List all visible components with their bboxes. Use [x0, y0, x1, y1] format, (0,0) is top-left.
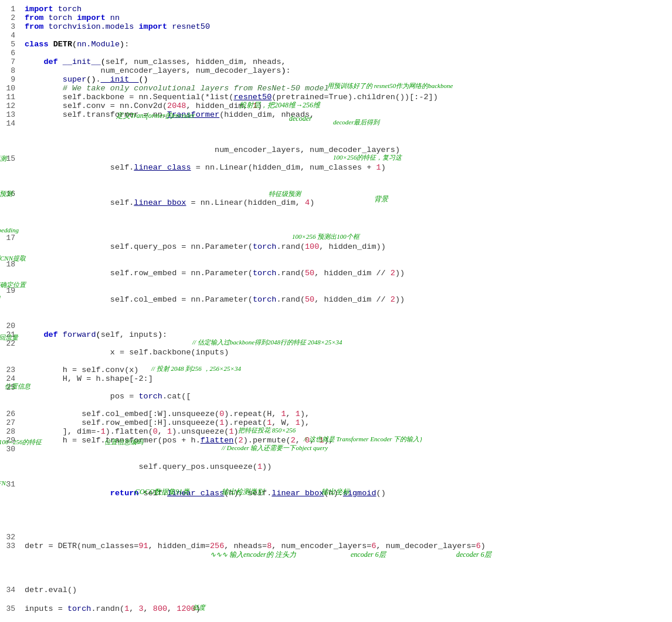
table-row: 32	[0, 533, 672, 542]
table-row: 29 h = self.transformer(pos + h.flatten(…	[0, 436, 672, 445]
line-content: # We take only convolutional layers from…	[22, 84, 672, 93]
table-row: 10 # We take only convolutional layers f…	[0, 84, 672, 93]
line-content: 向FFN: return self.linear_class(h), self.…	[22, 480, 672, 533]
line-number: 14	[0, 119, 22, 154]
line-number: 10	[0, 84, 22, 93]
line-content: detr = DETR(num_classes=91, hidden_dim=2…	[22, 542, 672, 586]
line-number: 32	[0, 533, 22, 542]
line-number: 28	[0, 427, 22, 436]
line-content	[22, 533, 672, 542]
line-number: 4	[0, 31, 22, 40]
line-content: from torch import nn	[22, 13, 672, 22]
line-number: 34	[0, 586, 22, 604]
line-content: self.row_embed[:H].unsqueeze(1).repeat(1…	[22, 418, 672, 427]
line-content: 做类别预测: self.linear_class = nn.Linear(hid…	[22, 154, 672, 190]
line-number: 31	[0, 480, 22, 533]
line-content	[22, 31, 672, 40]
table-row: 23 h = self.conv(x)// 投射 2048 到256 ，256×…	[0, 366, 672, 374]
table-row: 15 做类别预测: self.linear_class = nn.Linear(…	[0, 154, 672, 190]
line-number: 7	[0, 58, 22, 66]
table-row: 22 反馈回流量 x = self.backbone(inputs)// 估定输…	[0, 339, 672, 366]
line-content: num_encoder_layers, num_decoder_layers):	[22, 66, 672, 75]
table-row: 3 from torchvision.models import resnet5…	[0, 22, 672, 31]
line-number: 2	[0, 13, 22, 22]
line-content: inputs = torch.randn(1, 3, 800, 1200) 低度	[22, 604, 672, 622]
table-row: 17 query embedding self.query_pos = nn.P…	[0, 234, 672, 260]
table-row: 25 位置信息 pos = torch.cat([	[0, 383, 672, 410]
table-row: 33 detr = DETR(num_classes=91, hidden_di…	[0, 542, 672, 586]
line-number: 6	[0, 49, 22, 58]
table-row: 30 得到100×256的特征 位置信息编码 self.query_pos.un…	[0, 445, 672, 480]
table-row: 16 做bbox的预测: self.linear_bbox = nn.Linea…	[0, 190, 672, 234]
line-number: 20	[0, 322, 22, 330]
line-number: 22	[0, 339, 22, 366]
table-row: 24 H, W = h.shape[-2:]	[0, 374, 672, 383]
line-content: 特征图精确定位置 self.col_embed = nn.Parameter(t…	[22, 286, 672, 322]
line-content: H, W = h.shape[-2:]	[22, 374, 672, 383]
line-content	[22, 49, 672, 58]
line-content: query embedding self.query_pos = nn.Para…	[22, 234, 672, 260]
line-content: import torch	[22, 5, 672, 13]
table-row: 19 特征图精确定位置 self.col_embed = nn.Paramete…	[0, 286, 672, 322]
table-row: 20	[0, 322, 672, 330]
table-row: 4	[0, 31, 672, 40]
table-row: 35 inputs = torch.randn(1, 3, 800, 1200)…	[0, 604, 672, 622]
line-content: self.conv = nn.Conv2d(2048, hidden_dim, …	[22, 102, 672, 110]
line-number: 12	[0, 102, 22, 110]
line-content: 得到100×256的特征 位置信息编码 self.query_pos.unsqu…	[22, 445, 672, 480]
line-number: 26	[0, 410, 22, 418]
line-number: 1	[0, 5, 22, 13]
table-row: 8 num_encoder_layers, num_decoder_layers…	[0, 66, 672, 75]
table-row: 34 detr.eval()	[0, 586, 672, 604]
line-content: 做bbox的预测: self.linear_bbox = nn.Linear(h…	[22, 190, 672, 234]
line-number: 19	[0, 286, 22, 322]
table-row: 27 self.row_embed[:H].unsqueeze(1).repea…	[0, 418, 672, 427]
line-content: h = self.conv(x)// 投射 2048 到256 ，256×25×…	[22, 366, 672, 374]
line-content: class DETR(nn.Module):	[22, 40, 672, 49]
line-number: 5	[0, 40, 22, 49]
table-row: 14 定义Transformer的encoder decoder num_enc…	[0, 119, 672, 154]
table-row: 31 向FFN: return self.linear_class(h), se…	[0, 480, 672, 533]
line-number: 35	[0, 604, 22, 622]
table-row: 6	[0, 49, 672, 58]
line-content: 反馈回流量 x = self.backbone(inputs)// 估定输入过b…	[22, 339, 672, 366]
table-row: 26 self.col_embed[:W].unsqueeze(0).repea…	[0, 410, 672, 418]
line-content: self.backbone = nn.Sequential(*list(resn…	[22, 93, 672, 102]
line-number: 23	[0, 366, 22, 374]
line-content	[22, 322, 672, 330]
line-number: 9	[0, 75, 22, 84]
table-row: 12 self.conv = nn.Conv2d(2048, hidden_di…	[0, 102, 672, 110]
code-block: 1 import torch 2 from torch import nn 3 …	[0, 0, 672, 622]
table-row: 2 from torch import nn	[0, 13, 672, 22]
line-number: 33	[0, 542, 22, 586]
line-number: 13	[0, 110, 22, 119]
line-number: 27	[0, 418, 22, 427]
table-row: 1 import torch	[0, 5, 672, 13]
line-content: 定义Transformer的encoder decoder num_encode…	[22, 119, 672, 154]
table-row: 5 class DETR(nn.Module):	[0, 40, 672, 49]
line-content: from torchvision.models import resnet50	[22, 22, 672, 31]
line-number: 8	[0, 66, 22, 75]
line-number: 30	[0, 445, 22, 480]
line-content: detr.eval()	[22, 586, 672, 604]
line-number: 3	[0, 22, 22, 31]
code-table: 1 import torch 2 from torch import nn 3 …	[0, 5, 672, 622]
line-content: 位置信息 pos = torch.cat([	[22, 383, 672, 410]
line-content: 展开后用CNN提取 self.row_embed = nn.Parameter(…	[22, 260, 672, 286]
table-row: 7 def __init__(self, num_classes, hidden…	[0, 58, 672, 66]
table-row: 11 self.backbone = nn.Sequential(*list(r…	[0, 93, 672, 102]
line-content: def forward(self, inputs):	[22, 330, 672, 339]
line-content: def __init__(self, num_classes, hidden_d…	[22, 58, 672, 66]
table-row: 18 展开后用CNN提取 self.row_embed = nn.Paramet…	[0, 260, 672, 286]
line-content: self.col_embed[:W].unsqueeze(0).repeat(H…	[22, 410, 672, 418]
line-number: 11	[0, 93, 22, 102]
